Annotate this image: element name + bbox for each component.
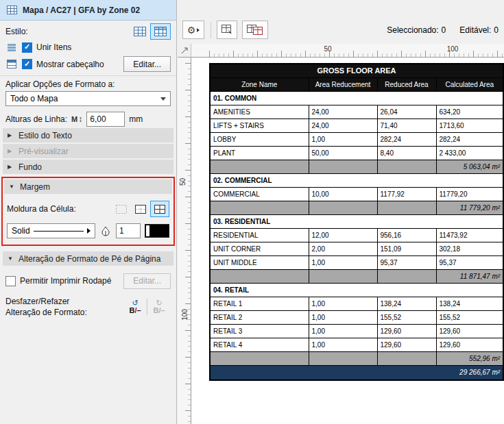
data-cell[interactable]: RESIDENTIAL (210, 228, 309, 242)
data-cell[interactable]: 1,00 (309, 132, 377, 146)
undo-format-button[interactable]: ↺ B/– (123, 297, 147, 317)
data-cell[interactable]: 95,37 (436, 255, 503, 269)
data-cell[interactable]: 26,04 (377, 105, 436, 119)
data-cell[interactable]: 1177,92 (377, 187, 436, 201)
data-cell[interactable]: 2 433,00 (436, 146, 503, 160)
apply-format-dropdown[interactable]: Todo o Mapa (5, 91, 171, 106)
section-footer-format[interactable]: ▼ Alteração de Formato de Pé de Página (3, 251, 173, 266)
column-header-cell[interactable]: Reduced Area (377, 77, 436, 91)
subtotal-empty-cell[interactable] (377, 351, 436, 365)
data-cell[interactable]: 129,60 (436, 324, 503, 338)
show-header-checkbox[interactable] (22, 59, 32, 69)
data-cell[interactable]: 8,40 (377, 146, 436, 160)
data-cell[interactable]: 95,37 (377, 255, 436, 269)
data-cell[interactable]: 24,00 (309, 105, 377, 119)
data-cell[interactable]: 138,24 (436, 297, 503, 310)
section-name-cell[interactable]: 04. RETAIL (210, 283, 503, 297)
data-cell[interactable]: 129,60 (377, 338, 436, 351)
schedule-canvas[interactable]: GROSS FLOOR AREAZone NameArea Reducement… (191, 58, 504, 424)
subtotal-value-cell[interactable]: 5 063,04 m² (436, 160, 503, 173)
unify-items-checkbox[interactable] (22, 42, 32, 53)
data-cell[interactable]: 634,20 (436, 105, 503, 119)
data-cell[interactable]: 11473,92 (436, 228, 503, 242)
style-uniform-cells-button[interactable] (150, 23, 171, 40)
data-cell[interactable]: 151,09 (377, 242, 436, 255)
table-select-button[interactable] (217, 21, 237, 39)
section-name-cell[interactable]: 02. COMMERCIAL (210, 173, 503, 187)
data-cell[interactable]: RETAIL 3 (210, 324, 309, 338)
data-cell[interactable]: 129,60 (436, 338, 503, 351)
data-cell[interactable]: LOBBY (210, 132, 309, 146)
data-cell[interactable]: 282,24 (377, 132, 436, 146)
subtotal-empty-cell[interactable] (309, 160, 377, 173)
subtotal-value-cell[interactable]: 11 779,20 m² (436, 201, 503, 214)
data-cell[interactable]: 155,52 (436, 310, 503, 324)
grand-total-cell[interactable]: 29 266,67 m² (210, 365, 503, 380)
data-cell[interactable]: 2,00 (309, 242, 377, 255)
line-type-dropdown[interactable]: Solid (7, 223, 95, 238)
data-cell[interactable]: 1,00 (309, 310, 377, 324)
data-cell[interactable]: COMMERCIAL (210, 187, 309, 201)
edit-footer-button[interactable]: Editar... (123, 273, 171, 289)
section-name-cell[interactable]: 03. RESIDENTIAL (210, 214, 503, 228)
ruler-origin-icon[interactable] (178, 44, 191, 58)
data-cell[interactable]: 129,60 (377, 324, 436, 338)
subtotal-empty-cell[interactable] (210, 201, 309, 214)
column-header-cell[interactable]: Zone Name (210, 77, 309, 91)
subtotal-value-cell[interactable]: 552,96 m² (436, 351, 503, 365)
gear-menu-button[interactable]: ⚙ (182, 21, 204, 39)
row-height-input[interactable] (86, 112, 125, 127)
data-cell[interactable]: 71,40 (377, 119, 436, 132)
edit-header-button[interactable]: Editar... (123, 56, 171, 72)
subtotal-empty-cell[interactable] (377, 201, 436, 214)
data-cell[interactable]: 282,24 (436, 132, 503, 146)
data-cell[interactable]: AMENITIES (210, 105, 309, 119)
data-cell[interactable]: 11779,20 (436, 187, 503, 201)
data-cell[interactable]: 302,18 (436, 242, 503, 255)
section-text-style[interactable]: ▶ Estilo do Texto (3, 128, 173, 142)
subtotal-empty-cell[interactable] (309, 201, 377, 214)
data-cell[interactable]: 1,00 (309, 255, 377, 269)
data-cell[interactable]: 1,00 (309, 324, 377, 338)
section-background[interactable]: ▶ Fundo (3, 160, 173, 174)
data-cell[interactable]: 12,00 (309, 228, 377, 242)
subtotal-empty-cell[interactable] (377, 269, 436, 283)
data-cell[interactable]: 50,00 (309, 146, 377, 160)
data-cell[interactable]: 155,52 (377, 310, 436, 324)
table-format-button[interactable] (242, 21, 268, 39)
data-cell[interactable]: UNIT CORNER (210, 242, 309, 255)
data-cell[interactable]: RETAIL 1 (210, 297, 309, 310)
data-cell[interactable]: 1,00 (309, 338, 377, 351)
subtotal-empty-cell[interactable] (309, 351, 377, 365)
subtotal-empty-cell[interactable] (210, 160, 309, 173)
column-header-cell[interactable]: Area Reducement (309, 77, 377, 91)
data-cell[interactable]: UNIT MIDDLE (210, 255, 309, 269)
data-cell[interactable]: 24,00 (309, 119, 377, 132)
allow-print-footer-checkbox[interactable] (5, 276, 16, 286)
subtotal-empty-cell[interactable] (210, 351, 309, 365)
border-none-button[interactable] (112, 201, 131, 217)
section-preview[interactable]: ▶ Pré-visualizar (3, 144, 173, 158)
subtotal-empty-cell[interactable] (210, 269, 309, 283)
data-cell[interactable]: RETAIL 2 (210, 310, 309, 324)
data-cell[interactable]: 1,00 (309, 297, 377, 310)
data-cell[interactable]: PLANT (210, 146, 309, 160)
section-margin[interactable]: ▼ Margem (4, 179, 172, 194)
section-name-cell[interactable]: 01. COMMON (210, 91, 503, 105)
data-cell[interactable]: 10,00 (309, 187, 377, 201)
table-title-cell[interactable]: GROSS FLOOR AREA (210, 64, 503, 77)
column-header-cell[interactable]: Calculated Area (436, 77, 503, 91)
style-split-cells-button[interactable] (130, 23, 150, 40)
data-cell[interactable]: 956,16 (377, 228, 436, 242)
data-cell[interactable]: LIFTS + STAIRS (210, 119, 309, 132)
redo-format-button[interactable]: ↻ B/– (147, 297, 171, 317)
border-all-button[interactable] (150, 201, 169, 217)
data-cell[interactable]: RETAIL 4 (210, 338, 309, 351)
subtotal-empty-cell[interactable] (377, 160, 436, 173)
data-cell[interactable]: 138,24 (377, 297, 436, 310)
data-cell[interactable]: 1713,60 (436, 119, 503, 132)
panel-titlebar[interactable]: Mapa / AC27 | GFA by Zone 02 (0, 0, 176, 21)
pen-color-swatch[interactable] (145, 224, 169, 238)
pen-weight-input[interactable] (116, 223, 141, 238)
subtotal-empty-cell[interactable] (309, 269, 377, 283)
